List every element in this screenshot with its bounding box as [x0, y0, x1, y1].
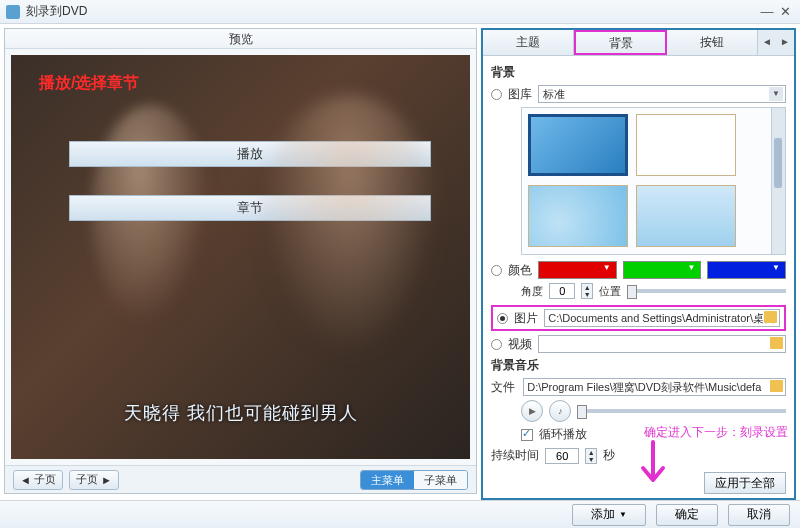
add-button[interactable]: 添加▼ [572, 504, 646, 526]
duration-spinner[interactable]: ▲▼ [585, 448, 597, 464]
seg-main-menu[interactable]: 主菜单 [361, 471, 414, 489]
folder-icon[interactable] [770, 380, 783, 392]
label-library: 图库 [508, 86, 532, 103]
angle-spinner[interactable]: ▲▼ [581, 283, 593, 299]
music-path-input[interactable]: D:\Program Files\狸窝\DVD刻录软件\Music\defa [523, 378, 786, 396]
subpage-next-button[interactable]: 子页► [69, 470, 119, 490]
app-icon [6, 5, 20, 19]
label-file: 文件 [491, 379, 517, 396]
section-music: 背景音乐 [491, 357, 786, 374]
overlay-annotation: 播放/选择章节 [39, 73, 139, 94]
bg-thumb-2[interactable] [636, 114, 736, 176]
apply-all-button[interactable]: 应用于全部 [704, 472, 786, 494]
preview-video: 播放/选择章节 播放 章节 天晓得 我们也可能碰到男人 [11, 55, 470, 459]
music-note-button[interactable]: ♪ [549, 400, 571, 422]
menu-chapter-button[interactable]: 章节 [69, 195, 431, 221]
video-path-input[interactable] [538, 335, 786, 353]
tab-theme[interactable]: 主题 [483, 30, 574, 55]
window-title: 刻录到DVD [26, 3, 87, 20]
close-button[interactable]: ✕ [776, 4, 794, 19]
cancel-button[interactable]: 取消 [728, 504, 790, 526]
radio-video[interactable] [491, 339, 502, 350]
tab-scroll-right[interactable]: ► [776, 30, 794, 55]
position-slider[interactable] [627, 289, 786, 293]
loop-checkbox[interactable] [521, 429, 533, 441]
library-select[interactable]: 标准 [538, 85, 786, 103]
bg-thumb-4[interactable] [636, 185, 736, 247]
label-position: 位置 [599, 284, 621, 299]
radio-color[interactable] [491, 265, 502, 276]
video-subtitle: 天晓得 我们也可能碰到男人 [11, 401, 470, 425]
label-image: 图片 [514, 310, 538, 327]
bg-thumb-3[interactable] [528, 185, 628, 247]
color-swatch-2[interactable] [623, 261, 702, 279]
bottom-bar: 添加▼ 确定 取消 [0, 500, 800, 528]
preview-pane: 预览 播放/选择章节 播放 章节 天晓得 我们也可能碰到男人 ◄子页 子页► 主… [4, 28, 477, 494]
color-swatch-1[interactable] [538, 261, 617, 279]
angle-input[interactable] [549, 283, 575, 299]
image-option-highlight: 图片 C:\Documents and Settings\Administrat… [491, 305, 786, 331]
thumb-scrollbar[interactable] [771, 108, 785, 254]
folder-icon[interactable] [770, 337, 783, 349]
label-angle: 角度 [521, 284, 543, 299]
label-video: 视频 [508, 336, 532, 353]
duration-input[interactable] [545, 448, 579, 464]
label-duration: 持续时间 [491, 447, 539, 464]
settings-pane: 主题 背景 按钮 ◄ ► 背景 图库 标准 颜色 [481, 28, 796, 500]
radio-library[interactable] [491, 89, 502, 100]
subpage-prev-button[interactable]: ◄子页 [13, 470, 63, 490]
label-seconds: 秒 [603, 447, 615, 464]
annotation-next-step: 确定进入下一步：刻录设置 [644, 424, 788, 441]
color-swatch-3[interactable] [707, 261, 786, 279]
ok-button[interactable]: 确定 [656, 504, 718, 526]
music-play-button[interactable]: ▶ [521, 400, 543, 422]
title-bar: 刻录到DVD — ✕ [0, 0, 800, 24]
radio-image[interactable] [497, 313, 508, 324]
label-loop: 循环播放 [539, 426, 587, 443]
tab-scroll-left[interactable]: ◄ [758, 30, 776, 55]
preview-header: 预览 [5, 29, 476, 49]
background-thumbnails [521, 107, 786, 255]
music-slider[interactable] [577, 409, 786, 413]
seg-sub-menu[interactable]: 子菜单 [414, 471, 467, 489]
menu-play-button[interactable]: 播放 [69, 141, 431, 167]
section-background: 背景 [491, 64, 786, 81]
menu-segment: 主菜单 子菜单 [360, 470, 468, 490]
tabs: 主题 背景 按钮 ◄ ► [483, 30, 794, 56]
label-color: 颜色 [508, 262, 532, 279]
minimize-button[interactable]: — [758, 4, 776, 19]
arrow-icon [633, 440, 673, 500]
tab-button[interactable]: 按钮 [667, 30, 758, 55]
image-path-input[interactable]: C:\Documents and Settings\Administrator\… [544, 309, 780, 327]
folder-icon[interactable] [764, 311, 777, 323]
bg-thumb-1[interactable] [528, 114, 628, 176]
tab-background[interactable]: 背景 [574, 30, 668, 55]
